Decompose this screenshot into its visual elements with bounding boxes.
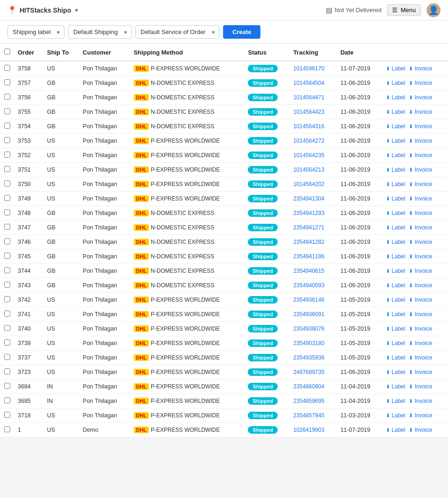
row-checkbox[interactable] — [4, 311, 10, 317]
row-checkbox-cell[interactable] — [0, 394, 14, 408]
row-checkbox-cell[interactable] — [0, 365, 14, 380]
row-checkbox-cell[interactable] — [0, 119, 14, 134]
avatar[interactable]: 👤 — [427, 3, 441, 17]
tracking-link[interactable]: 2487689735 — [293, 369, 324, 375]
tracking-link[interactable]: 2354940593 — [293, 282, 324, 289]
row-checkbox[interactable] — [4, 209, 10, 215]
row-checkbox-cell[interactable] — [0, 351, 14, 365]
label-link[interactable]: ⬇ Label — [386, 398, 405, 404]
invoice-link[interactable]: ⬇ Invoice — [409, 297, 432, 303]
tracking-cell[interactable]: 1014564202 — [289, 177, 336, 192]
invoice-link[interactable]: ⬇ Invoice — [409, 181, 432, 187]
tracking-link[interactable]: 2354903180 — [293, 340, 324, 346]
row-checkbox-cell[interactable] — [0, 76, 14, 90]
label-link[interactable]: ⬇ Label — [386, 383, 405, 390]
invoice-link[interactable]: ⬇ Invoice — [409, 340, 432, 346]
label-link[interactable]: ⬇ Label — [386, 138, 405, 144]
row-checkbox[interactable] — [4, 224, 10, 230]
tracking-link[interactable]: 2354860804 — [293, 383, 324, 390]
invoice-link[interactable]: ⬇ Invoice — [409, 383, 432, 390]
label-link[interactable]: ⬇ Label — [386, 239, 405, 245]
tracking-cell[interactable]: 1014564213 — [289, 163, 336, 177]
invoice-link[interactable]: ⬇ Invoice — [409, 398, 432, 404]
row-checkbox-cell[interactable] — [0, 380, 14, 394]
invoice-link[interactable]: ⬇ Invoice — [409, 80, 432, 86]
tracking-link[interactable]: 1014564316 — [293, 123, 324, 130]
tracking-cell[interactable]: 2354859695 — [289, 394, 336, 408]
invoice-link[interactable]: ⬇ Invoice — [409, 268, 432, 274]
row-checkbox-cell[interactable] — [0, 177, 14, 192]
label-link[interactable]: ⬇ Label — [386, 210, 405, 216]
invoice-link[interactable]: ⬇ Invoice — [409, 166, 432, 173]
row-checkbox-cell[interactable] — [0, 336, 14, 351]
tracking-link[interactable]: 2354941293 — [293, 210, 324, 216]
label-link[interactable]: ⬇ Label — [386, 297, 405, 303]
row-checkbox[interactable] — [4, 65, 10, 71]
invoice-link[interactable]: ⬇ Invoice — [409, 282, 432, 289]
row-checkbox[interactable] — [4, 94, 10, 100]
label-link[interactable]: ⬇ Label — [386, 224, 405, 231]
invoice-link[interactable]: ⬇ Invoice — [409, 109, 432, 115]
label-link[interactable]: ⬇ Label — [386, 311, 405, 318]
label-link[interactable]: ⬇ Label — [386, 152, 405, 159]
row-checkbox-cell[interactable] — [0, 192, 14, 206]
label-link[interactable]: ⬇ Label — [386, 253, 405, 260]
label-link[interactable]: ⬇ Label — [386, 369, 405, 375]
row-checkbox-cell[interactable] — [0, 105, 14, 119]
tracking-link[interactable]: 2354857945 — [293, 412, 324, 419]
row-checkbox[interactable] — [4, 282, 10, 288]
invoice-link[interactable]: ⬇ Invoice — [409, 94, 432, 101]
invoice-link[interactable]: ⬇ Invoice — [409, 138, 432, 144]
label-link[interactable]: ⬇ Label — [386, 427, 405, 433]
tracking-cell[interactable]: 2354941304 — [289, 192, 336, 206]
row-checkbox-cell[interactable] — [0, 278, 14, 293]
invoice-link[interactable]: ⬇ Invoice — [409, 195, 432, 202]
tracking-cell[interactable]: 2354857945 — [289, 408, 336, 423]
invoice-link[interactable]: ⬇ Invoice — [409, 210, 432, 216]
tracking-cell[interactable]: 1026419903 — [289, 423, 336, 437]
invoice-link[interactable]: ⬇ Invoice — [409, 239, 432, 245]
tracking-link[interactable]: 1014564235 — [293, 152, 324, 159]
row-checkbox-cell[interactable] — [0, 423, 14, 437]
tracking-cell[interactable]: 1014564235 — [289, 148, 336, 163]
row-checkbox-cell[interactable] — [0, 90, 14, 105]
row-checkbox[interactable] — [4, 426, 10, 432]
row-checkbox-cell[interactable] — [0, 163, 14, 177]
row-checkbox[interactable] — [4, 195, 10, 201]
tracking-cell[interactable]: 2354935936 — [289, 351, 336, 365]
row-checkbox[interactable] — [4, 325, 10, 331]
row-checkbox-cell[interactable] — [0, 293, 14, 307]
label-link[interactable]: ⬇ Label — [386, 268, 405, 274]
tracking-cell[interactable]: 1014564272 — [289, 134, 336, 148]
row-checkbox[interactable] — [4, 238, 10, 244]
tracking-link[interactable]: 1014564504 — [293, 80, 324, 86]
invoice-link[interactable]: ⬇ Invoice — [409, 224, 432, 231]
row-checkbox[interactable] — [4, 354, 10, 360]
row-checkbox[interactable] — [4, 339, 10, 346]
label-link[interactable]: ⬇ Label — [386, 181, 405, 187]
menu-button[interactable]: ☰ Menu — [387, 4, 421, 16]
label-link[interactable]: ⬇ Label — [386, 325, 405, 332]
label-link[interactable]: ⬇ Label — [386, 195, 405, 202]
tracking-link[interactable]: 2354936146 — [293, 297, 324, 303]
tracking-cell[interactable]: 2354941293 — [289, 206, 336, 221]
select-all-checkbox[interactable] — [4, 48, 10, 55]
invoice-link[interactable]: ⬇ Invoice — [409, 311, 432, 318]
row-checkbox-cell[interactable] — [0, 264, 14, 278]
tracking-link[interactable]: 2354936076 — [293, 325, 324, 332]
label-link[interactable]: ⬇ Label — [386, 94, 405, 101]
row-checkbox-cell[interactable] — [0, 322, 14, 336]
tracking-cell[interactable]: 2354860804 — [289, 380, 336, 394]
tracking-cell[interactable]: 1014564423 — [289, 105, 336, 119]
tracking-cell[interactable]: 1014564504 — [289, 76, 336, 90]
row-checkbox[interactable] — [4, 253, 10, 259]
tracking-link[interactable]: 1014564213 — [293, 166, 324, 173]
row-checkbox[interactable] — [4, 368, 10, 374]
row-checkbox[interactable] — [4, 296, 10, 302]
select-all-header[interactable] — [0, 44, 14, 61]
row-checkbox[interactable] — [4, 108, 10, 114]
row-checkbox-cell[interactable] — [0, 206, 14, 221]
tracking-cell[interactable]: 2354940593 — [289, 278, 336, 293]
label-link[interactable]: ⬇ Label — [386, 80, 405, 86]
tracking-cell[interactable]: 1014564316 — [289, 119, 336, 134]
